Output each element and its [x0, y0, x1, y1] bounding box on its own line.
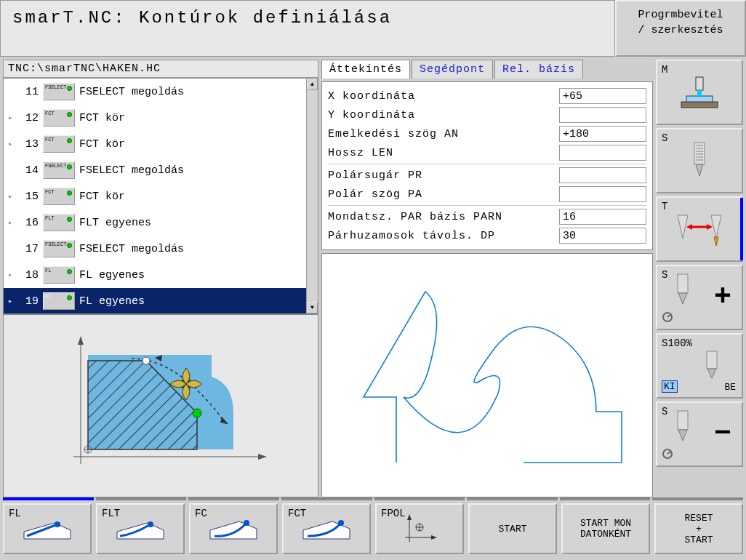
tree-line-number: 17	[20, 243, 39, 255]
tree-row[interactable]: ▹12FCTFCT kör	[4, 105, 318, 131]
expander-icon[interactable]: ▹	[8, 218, 15, 227]
side-m-label: M	[662, 64, 667, 76]
expander-icon[interactable]: ▹	[8, 113, 15, 122]
svg-rect-15	[686, 96, 713, 102]
file-path: TNC:\smarTNC\HAKEN.HC	[3, 60, 318, 78]
side-m-button[interactable]: M	[656, 60, 743, 125]
program-tree[interactable]: 11FSELECTFSELECT megoldás▹12FCTFCT kör▹1…	[3, 78, 318, 314]
form-input[interactable]	[559, 107, 646, 123]
tree-row[interactable]: ▹18FLFL egyenes	[4, 262, 318, 288]
tree-row[interactable]: 17FSELECTFSELECT megoldás	[4, 236, 318, 262]
softkey-start[interactable]: START	[468, 503, 557, 554]
softkey-row: FL FLT FC FCT FPOL START START MON DATON…	[0, 500, 746, 557]
tree-row[interactable]: ▹15FCTFCT kör	[4, 183, 318, 209]
ki-label: KI	[662, 380, 678, 393]
softkey-fpol[interactable]: FPOL	[375, 503, 464, 554]
tab-rel-base[interactable]: Rel. bázis	[494, 60, 583, 79]
svg-marker-37	[707, 369, 716, 378]
svg-rect-17	[697, 90, 702, 96]
active-indicator	[740, 198, 743, 260]
form-input[interactable]	[559, 228, 646, 244]
svg-marker-39	[678, 430, 687, 441]
form-input[interactable]	[559, 88, 646, 104]
form-label: X koordináta	[328, 90, 559, 103]
tree-item-label: FCT kör	[79, 112, 125, 124]
softkey-start-mon[interactable]: START MON DATONKÉNT	[561, 503, 650, 554]
tree-line-number: 18	[20, 269, 39, 281]
sk-fpol-label: FPOL	[381, 508, 406, 519]
tab-aux-point[interactable]: Segédpont	[412, 60, 493, 79]
minus-icon: −	[714, 420, 731, 449]
scroll-up-icon[interactable]: ▲	[307, 79, 318, 90]
form-label: Polársugár PR	[328, 169, 559, 182]
tree-line-number: 16	[20, 217, 39, 229]
svg-rect-32	[678, 274, 688, 293]
scroll-down-icon[interactable]: ▼	[307, 302, 318, 313]
svg-rect-38	[678, 411, 688, 430]
tree-row[interactable]: ▹13FCTFCT kör	[4, 131, 318, 157]
tree-row[interactable]: ▹16FLTFLT egyenes	[4, 209, 318, 236]
svg-marker-28	[714, 237, 718, 246]
form-row: Emelkedési szög AN	[328, 124, 646, 143]
tree-item-icon: FSELECT	[43, 161, 75, 179]
fc-icon	[204, 514, 262, 543]
svg-marker-25	[696, 164, 703, 176]
svg-marker-26	[678, 215, 688, 239]
side-s-minus-button[interactable]: S −	[656, 401, 743, 467]
tree-item-label: FSELECT megoldás	[79, 243, 184, 255]
form-label: Párhuzamosok távols. DP	[328, 230, 559, 242]
expander-icon[interactable]: ▹	[8, 140, 15, 148]
form-input[interactable]	[559, 209, 646, 225]
svg-point-9	[193, 409, 201, 417]
tree-row[interactable]: 14FSELECTFSELECT megoldás	[4, 157, 318, 183]
scrollbar[interactable]: ▲ ▼	[306, 79, 318, 313]
mode-line1: Progrmbevitel	[619, 7, 742, 23]
softkey-fc[interactable]: FC	[189, 503, 278, 554]
side-splus-label: S	[662, 269, 667, 281]
expander-icon[interactable]: ▸	[8, 297, 15, 305]
scroll-thumb[interactable]	[308, 90, 317, 302]
tree-item-icon: FSELECT	[43, 83, 75, 100]
form-label: Mondatsz. PAR bázis PARN	[328, 211, 559, 223]
side-s-plus-button[interactable]: S +	[656, 265, 743, 330]
svg-point-48	[244, 520, 249, 526]
expander-icon[interactable]: ▹	[8, 271, 15, 279]
side-s-label: S	[662, 132, 667, 144]
tree-row[interactable]: ▸19FLFL egyenes	[4, 288, 318, 313]
tab-overview[interactable]: Áttekintés	[321, 60, 410, 79]
tree-line-number: 15	[20, 191, 39, 203]
form-input[interactable]	[559, 167, 646, 183]
svg-marker-52	[407, 514, 412, 520]
mode-button[interactable]: Progrmbevitel / szerkesztés	[615, 0, 746, 57]
tool-change-icon	[670, 209, 729, 249]
preview-svg	[334, 266, 640, 484]
page-title: smarT.NC: Kontúrok definiálása	[0, 0, 615, 57]
side-t-button[interactable]: T	[656, 196, 743, 262]
sk-reset-line1: RESET	[684, 513, 713, 524]
mode-line2: / szerkesztés	[619, 23, 742, 38]
svg-line-41	[667, 451, 671, 454]
svg-line-35	[667, 314, 671, 317]
softkey-fct[interactable]: FCT	[282, 503, 371, 554]
tree-line-number: 19	[20, 295, 39, 308]
tree-item-label: FCT kör	[79, 138, 125, 151]
svg-marker-1	[78, 336, 84, 345]
sk-reset-line2: +	[696, 524, 702, 535]
plus-icon: +	[714, 283, 731, 312]
softkey-flt[interactable]: FLT	[96, 503, 185, 554]
sk-reset-line3: START	[684, 535, 713, 545]
side-s100-button[interactable]: S100% KI BE	[656, 333, 743, 399]
tree-row[interactable]: 11FSELECTFSELECT megoldás	[4, 79, 318, 105]
side-s-button[interactable]: S	[656, 128, 743, 193]
form-input[interactable]	[559, 145, 646, 161]
expander-icon[interactable]: ▹	[8, 192, 15, 201]
knob-icon	[662, 448, 673, 460]
form-input[interactable]	[559, 186, 646, 202]
tree-item-label: FLT egyenes	[79, 217, 151, 229]
softkey-fl[interactable]: FL	[3, 503, 92, 554]
knob-icon	[662, 311, 673, 323]
svg-marker-54	[431, 535, 437, 540]
form-input[interactable]	[559, 126, 646, 142]
sk-flt-label: FLT	[102, 508, 120, 519]
softkey-reset-start[interactable]: RESET + START	[654, 503, 743, 554]
